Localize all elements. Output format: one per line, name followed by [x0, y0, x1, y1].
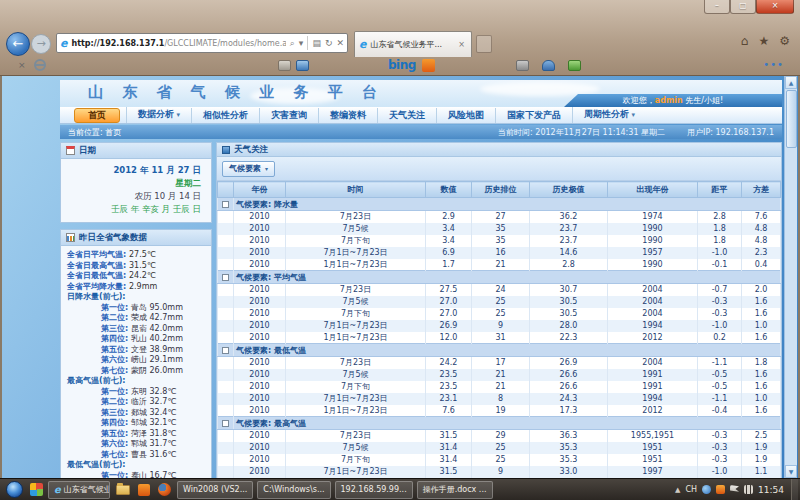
show-desktop-button[interactable] — [791, 479, 798, 500]
taskbar: e 山东省气候业... Win2008 (VS2...C:\Windows\s.… — [0, 478, 800, 500]
explorer-icon[interactable] — [116, 485, 130, 495]
refresh-icon[interactable]: ↻ — [325, 38, 333, 48]
table-row[interactable]: 20107月5候27.02530.52004-0.31.6 — [218, 296, 781, 308]
group-checkbox[interactable] — [222, 347, 229, 354]
table-row[interactable]: 20107月5候31.42535.31951-0.31.9 — [218, 442, 781, 454]
taskbar-ie-button[interactable]: e 山东省气候业... — [48, 481, 110, 499]
group-checkbox[interactable] — [222, 274, 229, 281]
table-row[interactable]: 20107月23日24.21726.92004-1.11.8 — [218, 357, 781, 369]
start-button[interactable] — [6, 481, 23, 498]
table-header-lead-cell — [218, 182, 234, 198]
address-bar[interactable]: e http://192.168.137.1/GLCCLIMATE/module… — [56, 33, 348, 53]
table-cell: 4.8 — [742, 223, 781, 235]
camera-addon-icon[interactable] — [516, 60, 529, 71]
table-row[interactable]: 20107月下旬3.43523.719901.84.8 — [218, 235, 781, 247]
group-checkbox[interactable] — [222, 201, 229, 208]
search-icon[interactable]: ⌕ — [290, 38, 295, 49]
page-icon[interactable]: ▤ — [312, 38, 321, 48]
tab-close-icon[interactable]: × — [456, 40, 467, 49]
quick-launch-icon[interactable] — [30, 483, 43, 496]
nav-item[interactable]: 相似性分析 — [191, 108, 259, 123]
table-row[interactable]: 20107月下旬31.42535.31951-0.31.9 — [218, 454, 781, 466]
pinned-app-icon[interactable] — [138, 484, 150, 496]
puzzle-addon-icon[interactable] — [568, 60, 581, 71]
orange-addon-icon[interactable] — [422, 59, 435, 72]
climate-element-button[interactable]: 气候要素 ▾ — [222, 161, 275, 177]
nav-item[interactable]: 风险地图 — [436, 108, 495, 123]
column-header: 距平 — [698, 182, 742, 198]
addon-icon-2[interactable] — [296, 60, 309, 71]
tray-expand-icon[interactable]: ▲ — [675, 486, 680, 494]
taskbar-clock[interactable]: 11:54 — [758, 485, 784, 495]
nav-item[interactable]: 整编资料 — [318, 108, 377, 123]
toolbar-close-icon[interactable]: × — [18, 60, 26, 70]
language-indicator[interactable]: CH — [685, 485, 697, 494]
table-cell: 7月下旬 — [286, 381, 426, 393]
table-row[interactable]: 20107月下旬27.02530.52004-0.31.6 — [218, 308, 781, 320]
table-row[interactable]: 20107月1日~7月23日23.1824.31994-1.11.0 — [218, 393, 781, 405]
table-row[interactable]: 20101月1日~7月23日12.03122.320120.21.6 — [218, 332, 781, 344]
table-row[interactable]: 20107月5候3.43523.719901.84.8 — [218, 223, 781, 235]
calendar-lunar-date: 农历 10 月 14 日 — [67, 190, 201, 203]
rank-value: 曹县 31.6℃ — [131, 450, 176, 459]
table-row[interactable]: 20107月1日~7月23日31.5933.01997-1.01.1 — [218, 466, 781, 478]
forward-button[interactable]: → — [31, 34, 51, 54]
more-options-icon[interactable]: ••• — [763, 59, 784, 70]
taskbar-window-button[interactable]: 192.168.59.99... — [335, 481, 413, 499]
nav-item[interactable]: 天气关注 — [377, 108, 436, 123]
group-row: 气候要素: 最高气温 — [218, 417, 781, 430]
back-button[interactable]: ← — [6, 32, 30, 56]
blocked-icon[interactable] — [34, 59, 46, 71]
nav-item[interactable]: 首页 — [74, 108, 120, 123]
rank-value: 青岛 95.0mm — [131, 303, 183, 312]
search-dropdown-icon[interactable]: ▾ — [299, 38, 304, 48]
minimize-button[interactable]: – — [704, 0, 730, 14]
action-center-flag-icon[interactable] — [730, 485, 739, 494]
maximize-button[interactable]: ▢ — [730, 0, 756, 14]
table-row[interactable]: 20107月1日~7月23日6.91614.61957-1.02.3 — [218, 247, 781, 259]
nav-item[interactable]: 周期性分析 ▾ — [572, 107, 646, 123]
table-row[interactable]: 20107月5候23.52126.61991-0.51.6 — [218, 369, 781, 381]
umbrella-addon-icon[interactable] — [542, 60, 555, 71]
new-tab-button[interactable] — [476, 35, 492, 53]
close-button[interactable]: × — [756, 0, 794, 14]
table-row[interactable]: 20101月1日~7月23日1.7212.81990-0.10.4 — [218, 259, 781, 271]
browser-tab[interactable]: e 山东省气候业务平... × — [354, 31, 472, 57]
nav-item[interactable]: 数据分析 ▾ — [126, 107, 191, 123]
stop-icon[interactable]: ✕ — [336, 38, 344, 48]
nav-item[interactable]: 国家下发产品 — [495, 108, 572, 123]
tools-gear-icon[interactable]: ⚙ — [779, 34, 790, 48]
bing-logo[interactable]: bing — [388, 58, 416, 72]
taskbar-window-button[interactable]: C:\Windows\s... — [257, 481, 330, 499]
table-cell: 2010 — [234, 393, 286, 405]
addon-icon-1[interactable] — [278, 60, 291, 71]
table-row[interactable]: 20107月23日2.92736.219742.87.6 — [218, 211, 781, 223]
app-tray-icon[interactable] — [716, 485, 725, 494]
home-icon[interactable]: ⌂ — [741, 34, 749, 48]
scrollbar-thumb[interactable] — [786, 90, 797, 148]
nav-item[interactable]: 灾害查询 — [259, 108, 318, 123]
table-row[interactable]: 20101月1日~7月23日7.61917.32012-0.41.6 — [218, 405, 781, 417]
table-row[interactable]: 20107月23日31.52936.31955,1951-0.32.5 — [218, 430, 781, 442]
table-row[interactable]: 20107月下旬23.52126.61991-0.51.6 — [218, 381, 781, 393]
table-cell: 12.0 — [426, 332, 472, 344]
scroll-down-icon[interactable]: ▼ — [785, 465, 797, 478]
firefox-icon[interactable] — [158, 483, 171, 496]
scroll-up-icon[interactable]: ▲ — [785, 76, 797, 89]
taskbar-window-button[interactable]: Win2008 (VS2... — [177, 481, 253, 499]
favorites-star-icon[interactable]: ★ — [758, 34, 769, 48]
update-tray-icon[interactable] — [702, 485, 711, 494]
rank-value: 乳山 40.2mm — [131, 334, 183, 343]
table-cell: 2012 — [608, 405, 698, 417]
table-row[interactable]: 20107月23日27.52430.72004-0.72.0 — [218, 284, 781, 296]
vertical-scrollbar[interactable]: ▲ ▼ — [784, 76, 797, 478]
rank-label: 第六位: — [101, 439, 131, 448]
breadcrumb-right: 当前时间: 2012年11月27日 11:14:31 星期二 用户IP: 192… — [498, 127, 774, 138]
network-icon[interactable] — [744, 485, 753, 494]
rank-label: 第一位: — [101, 471, 131, 479]
table-header-row: 年份时间数值历史排位历史极值出现年份距平方差 — [218, 182, 781, 198]
taskbar-window-button[interactable]: 操作手册.docx ... — [417, 481, 493, 499]
table-cell: 7月1日~7月23日 — [286, 466, 426, 478]
group-checkbox[interactable] — [222, 420, 229, 427]
table-row[interactable]: 20107月1日~7月23日26.9928.01994-1.01.0 — [218, 320, 781, 332]
